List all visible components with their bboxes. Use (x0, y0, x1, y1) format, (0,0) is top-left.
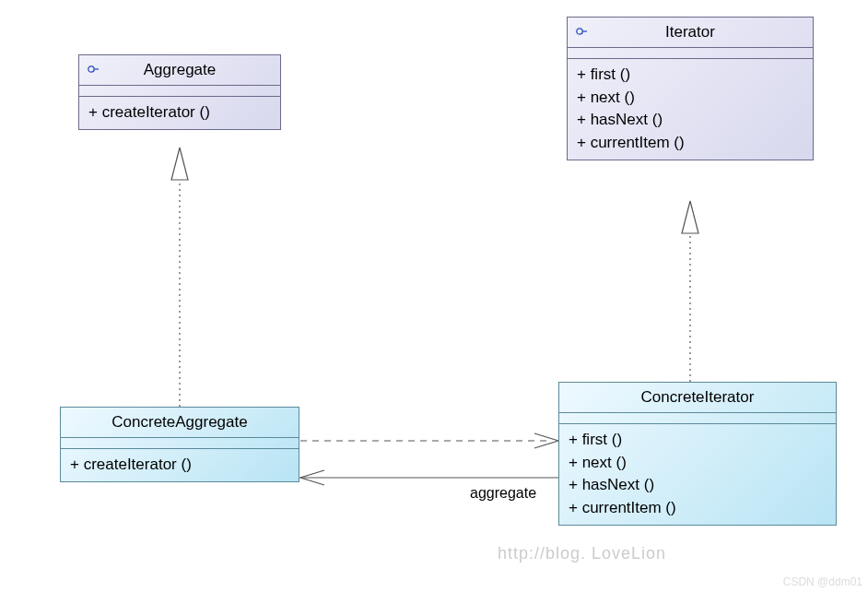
svg-point-2 (577, 29, 582, 34)
operations: + createIterator () (61, 449, 299, 481)
svg-point-0 (88, 66, 94, 72)
association-label: aggregate (470, 485, 536, 502)
attributes-empty (559, 413, 836, 424)
operation: + createIterator () (70, 454, 289, 477)
class-name: Iterator (665, 23, 715, 41)
operation: + next () (569, 452, 827, 475)
operation: + currentItem () (569, 497, 827, 520)
operation: + next () (577, 87, 803, 110)
operation: + first () (577, 64, 803, 87)
operations: + createIterator () (79, 97, 280, 129)
class-iterator: Iterator + first () + next () + hasNext … (567, 17, 814, 160)
interface-icon (87, 65, 100, 74)
class-concrete-iterator: ConcreteIterator + first () + next () + … (558, 382, 837, 526)
class-name: Aggregate (144, 61, 216, 78)
operations: + first () + next () + hasNext () + curr… (559, 424, 836, 525)
attributes-empty (79, 86, 280, 97)
operation: + currentItem () (577, 132, 803, 155)
operation: + first () (569, 429, 827, 452)
arrowhead-assoc (300, 470, 324, 485)
class-title: Aggregate (79, 55, 280, 86)
watermark-text: http://blog. LoveLion (498, 544, 666, 563)
operation: + createIterator () (88, 101, 271, 124)
class-name: ConcreteIterator (641, 388, 755, 406)
attributes-empty (61, 438, 299, 449)
csdn-credit: CSDN @ddm01 (783, 575, 862, 588)
class-aggregate: Aggregate + createIterator () (78, 54, 281, 130)
arrowhead-ci-i (682, 201, 698, 233)
attributes-empty (568, 48, 813, 59)
class-concrete-aggregate: ConcreteAggregate + createIterator () (60, 407, 299, 482)
arrowhead-ca-a (171, 148, 188, 180)
class-title: ConcreteAggregate (61, 408, 299, 438)
arrowhead-dep (534, 433, 558, 448)
class-name: ConcreteAggregate (111, 413, 247, 431)
class-title: Iterator (568, 18, 813, 48)
operations: + first () + next () + hasNext () + curr… (568, 59, 813, 160)
class-title: ConcreteIterator (559, 383, 836, 413)
operation: + hasNext () (577, 109, 803, 132)
operation: + hasNext () (569, 474, 827, 497)
interface-icon (575, 27, 588, 36)
